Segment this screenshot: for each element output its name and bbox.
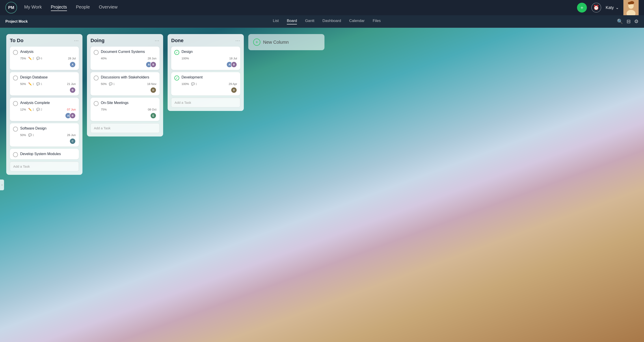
filter-icon[interactable]: ⊟ xyxy=(626,18,630,24)
sub-nav-links: List Board Gantt Dashboard Calendar File… xyxy=(37,18,617,24)
task-name: Design xyxy=(182,50,193,54)
app-logo[interactable]: PM xyxy=(6,2,17,14)
task-top: Design Database xyxy=(13,75,76,80)
task-meta: 75% 08 Oct xyxy=(94,108,156,111)
task-meta-left: 40% xyxy=(101,57,107,60)
avatar: D xyxy=(231,87,237,93)
task-meta-left: 75% xyxy=(101,108,107,111)
attachment-icon: ✏️ 1 xyxy=(28,82,34,86)
task-name: Analysis Complete xyxy=(20,101,50,105)
task-top: Develop System Modules xyxy=(13,152,76,157)
task-name: Discussions with Stakeholders xyxy=(101,75,149,79)
task-card[interactable]: Design Database 50% ✏️ 1 💬 1 21 Jun B xyxy=(10,72,79,96)
sub-nav: Project Mock List Board Gantt Dashboard … xyxy=(0,15,644,28)
task-top: On-Site Meetings xyxy=(94,101,156,106)
task-meta: 12% ✏️ 1 💬 2 07 Jun xyxy=(13,108,76,111)
task-checkbox[interactable] xyxy=(13,152,18,157)
comment-icon: 💬 1 xyxy=(109,82,115,86)
task-footer: D xyxy=(94,87,156,93)
tab-files[interactable]: Files xyxy=(373,18,381,24)
column-done-menu[interactable]: ··· xyxy=(236,38,240,43)
new-column-button[interactable]: + New Column xyxy=(248,34,324,50)
avatar-stack: A xyxy=(70,62,76,68)
task-checkbox[interactable] xyxy=(94,101,98,106)
sidebar-toggle[interactable]: › xyxy=(0,180,4,190)
task-name: Software Design xyxy=(20,126,46,130)
comment-icon: 💬 1 xyxy=(191,82,197,86)
task-meta-left: 50% 💬 1 xyxy=(101,82,115,86)
task-checkbox-checked[interactable]: ✓ xyxy=(174,50,179,55)
task-checkbox[interactable] xyxy=(94,76,98,80)
tab-board[interactable]: Board xyxy=(287,18,297,24)
column-doing-title: Doing xyxy=(90,38,104,44)
task-card[interactable]: Analysis Complete 12% ✏️ 1 💬 2 07 Jun A … xyxy=(10,98,79,121)
avatar: B xyxy=(70,112,76,119)
add-task-todo[interactable]: Add a Task xyxy=(10,162,79,171)
task-percent: 100% xyxy=(182,57,189,60)
task-top: Document Current Systems xyxy=(94,50,156,55)
settings-icon[interactable]: ⚙ xyxy=(634,18,638,24)
task-card[interactable]: Discussions with Stakeholders 50% 💬 1 18… xyxy=(90,72,160,96)
tab-calendar[interactable]: Calendar xyxy=(349,18,364,24)
task-card[interactable]: On-Site Meetings 75% 08 Oct E xyxy=(90,98,160,121)
attachment-icon: ✏️ 1 xyxy=(28,108,34,111)
user-menu[interactable]: Katy ⌄ xyxy=(606,5,619,10)
tab-list[interactable]: List xyxy=(273,18,279,24)
user-avatar[interactable] xyxy=(624,0,638,15)
task-percent: 12% xyxy=(20,108,26,111)
notifications-button[interactable]: ⏰ xyxy=(591,3,601,12)
nav-people[interactable]: People xyxy=(76,4,90,11)
nav-right: ＋ ⏰ Katy ⌄ xyxy=(577,0,638,15)
column-todo-menu[interactable]: ··· xyxy=(74,38,79,43)
task-card[interactable]: Software Design 50% 💬 1 26 Jun C xyxy=(10,123,79,146)
task-percent: 40% xyxy=(101,57,107,60)
column-todo: To Do ··· Analysis 75% ✏️ 2 💬 6 28 Jul xyxy=(6,34,82,175)
task-percent: 50% xyxy=(101,82,107,86)
add-button[interactable]: ＋ xyxy=(577,3,587,12)
add-task-done[interactable]: Add a Task xyxy=(171,98,240,107)
avatar-stack: D xyxy=(150,87,156,93)
attachment-icon: ✏️ 2 xyxy=(28,57,34,60)
task-name: Analysis xyxy=(20,50,34,54)
task-checkbox[interactable] xyxy=(94,50,98,55)
avatar-stack: A B xyxy=(65,112,76,119)
task-meta: 50% ✏️ 1 💬 1 21 Jun xyxy=(13,82,76,86)
nav-projects[interactable]: Projects xyxy=(51,4,67,11)
task-checkbox-checked[interactable]: ✓ xyxy=(174,76,179,80)
add-task-doing[interactable]: Add a Task xyxy=(90,123,160,133)
task-meta-left: 100% 💬 1 xyxy=(182,82,197,86)
task-date: 08 Oct xyxy=(148,108,156,111)
column-done: Done ··· ✓ Design 100% 18 Jul A xyxy=(168,34,244,111)
task-top: ✓ Design xyxy=(174,50,237,55)
task-percent: 50% xyxy=(20,82,26,86)
task-checkbox[interactable] xyxy=(13,127,18,132)
nav-overview[interactable]: Overview xyxy=(99,4,118,11)
avatar: B xyxy=(231,62,237,68)
task-card[interactable]: ✓ Development 100% 💬 1 29 Apr D xyxy=(171,72,240,96)
task-date: 29 Apr xyxy=(228,82,237,86)
task-date: 18 Nov xyxy=(147,82,156,86)
task-card[interactable]: Document Current Systems 40% 28 Jun A B xyxy=(90,46,160,70)
tab-dashboard[interactable]: Dashboard xyxy=(322,18,341,24)
task-meta-left: 100% xyxy=(182,57,189,60)
task-footer: B xyxy=(13,87,76,93)
task-top: ✓ Development xyxy=(174,75,237,80)
task-card[interactable]: Develop System Modules xyxy=(10,149,79,159)
search-icon[interactable]: 🔍 xyxy=(617,18,623,24)
column-doing-header: Doing ··· xyxy=(90,38,160,44)
avatar-stack: C xyxy=(70,138,76,144)
column-todo-title: To Do xyxy=(10,38,24,44)
avatar: B xyxy=(150,62,156,68)
avatar: E xyxy=(150,112,156,119)
task-checkbox[interactable] xyxy=(13,101,18,106)
task-footer: D xyxy=(174,87,237,93)
task-checkbox[interactable] xyxy=(13,50,18,55)
plus-icon: + xyxy=(253,38,260,46)
task-card[interactable]: Analysis 75% ✏️ 2 💬 6 28 Jul A xyxy=(10,46,79,70)
task-checkbox[interactable] xyxy=(13,76,18,80)
task-card[interactable]: ✓ Design 100% 18 Jul A B xyxy=(171,46,240,70)
svg-point-4 xyxy=(630,1,634,4)
column-doing-menu[interactable]: ··· xyxy=(155,38,160,43)
tab-gantt[interactable]: Gantt xyxy=(305,18,314,24)
nav-my-work[interactable]: My Work xyxy=(24,4,42,11)
